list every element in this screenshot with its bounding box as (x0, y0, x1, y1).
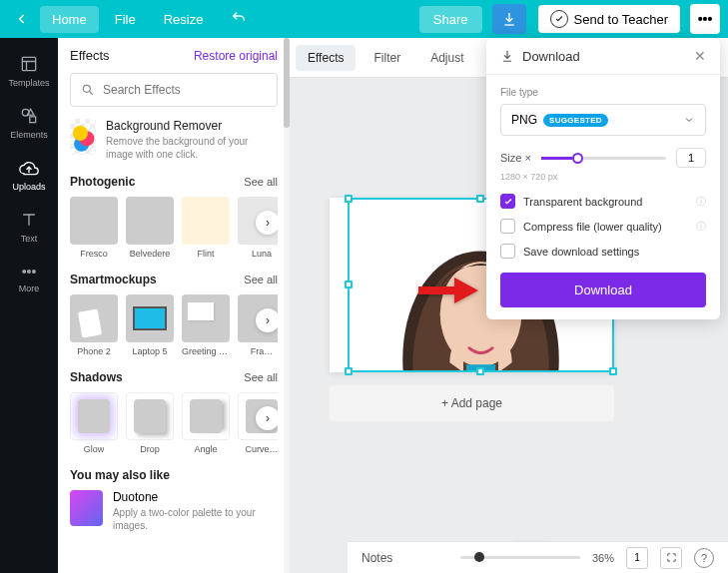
info-icon[interactable]: ⓘ (696, 220, 706, 234)
duotone-thumb (70, 490, 103, 526)
mockup-greeting[interactable]: Greeting car… (182, 294, 230, 356)
resize-handle[interactable] (476, 367, 484, 375)
smartmockups-row: Phone 2 Laptop 5 Greeting car… Fra… › (70, 294, 278, 356)
home-button[interactable]: Home (40, 6, 99, 33)
file-menu[interactable]: File (103, 6, 148, 33)
resize-handle[interactable] (476, 195, 484, 203)
shadow-glow[interactable]: Glow (70, 392, 118, 454)
dimensions-label: 1280 × 720 px (500, 172, 706, 182)
duotone-card[interactable]: Duotone Apply a two-color palette to you… (70, 490, 278, 532)
file-type-select[interactable]: PNG SUGGESTED (500, 104, 706, 136)
resize-handle[interactable] (345, 367, 353, 375)
file-type-label: File type (500, 87, 706, 98)
restore-original-link[interactable]: Restore original (194, 49, 278, 63)
shadow-angle[interactable]: Angle (182, 392, 230, 454)
transparent-bg-checkbox[interactable]: Transparent background ⓘ (500, 194, 706, 209)
download-title: Download (522, 49, 580, 64)
zoom-slider[interactable] (460, 556, 580, 559)
fullscreen-button[interactable] (660, 547, 682, 569)
share-button[interactable]: Share (419, 6, 482, 33)
search-effects[interactable] (70, 73, 278, 107)
size-value[interactable]: 1 (676, 148, 706, 168)
compress-checkbox[interactable]: Compress file (lower quality) ⓘ (500, 219, 706, 234)
photogenic-title: Photogenic (70, 175, 135, 189)
file-type-value: PNG (511, 113, 537, 127)
duotone-title: Duotone (113, 490, 278, 504)
rail-uploads[interactable]: Uploads (0, 150, 58, 200)
page-count-button[interactable]: 1 (626, 547, 648, 569)
resize-handle[interactable] (345, 281, 353, 288)
panel-title: Effects (70, 48, 110, 63)
send-label: Send to Teacher (574, 12, 668, 27)
chevron-down-icon (683, 114, 695, 126)
photogenic-row: Fresco Belvedere Flint Luna › (70, 197, 278, 259)
size-label: Size × (500, 152, 531, 164)
resize-handle[interactable] (345, 195, 353, 203)
duotone-desc: Apply a two-color palette to your images… (113, 506, 278, 532)
back-button[interactable] (8, 5, 36, 33)
resize-handle[interactable] (609, 367, 617, 375)
bg-remover-thumb (70, 119, 96, 155)
more-menu-button[interactable]: ••• (690, 4, 720, 34)
svg-point-3 (83, 85, 90, 92)
add-page-button[interactable]: + Add page (330, 385, 614, 421)
smartmockups-title: Smartmockups (70, 273, 157, 286)
shadow-drop[interactable]: Drop (126, 392, 174, 454)
download-button[interactable]: Download (500, 273, 706, 307)
background-remover-card[interactable]: Background Remover Remove the background… (70, 119, 278, 161)
save-settings-checkbox[interactable]: Save download settings (500, 244, 706, 259)
shadows-row: Glow Drop Angle Curve… › (70, 392, 278, 454)
smartmockups-next[interactable]: › (256, 308, 278, 332)
undo-button[interactable] (219, 4, 259, 35)
text-icon (19, 210, 39, 230)
svg-rect-2 (30, 117, 36, 123)
check-circle-icon (550, 10, 568, 28)
close-download-button[interactable]: ✕ (694, 48, 706, 64)
download-icon (500, 49, 514, 63)
shadows-see-all[interactable]: See all (244, 371, 278, 383)
info-icon[interactable]: ⓘ (696, 195, 706, 209)
effect-belvedere[interactable]: Belvedere (126, 197, 174, 259)
bg-remover-desc: Remove the background of your image with… (106, 135, 278, 161)
smartmockups-see-all[interactable]: See all (244, 274, 278, 286)
effects-panel: Effects Restore original Background Remo… (58, 38, 290, 573)
mockup-laptop5[interactable]: Laptop 5 (126, 294, 174, 356)
mockup-phone2[interactable]: Phone 2 (70, 294, 118, 356)
tab-effects[interactable]: Effects (296, 45, 356, 71)
side-rail: Templates Elements Uploads Text ••• More (0, 38, 58, 573)
send-to-teacher-button[interactable]: Send to Teacher (538, 5, 680, 33)
search-input[interactable] (103, 83, 267, 97)
elements-icon (19, 106, 39, 126)
svg-rect-7 (418, 286, 456, 294)
also-like-title: You may also like (70, 468, 170, 482)
tab-filter[interactable]: Filter (362, 45, 412, 71)
notes-button[interactable]: Notes (362, 551, 392, 565)
bg-remover-title: Background Remover (106, 119, 278, 133)
effect-fresco[interactable]: Fresco (70, 197, 118, 259)
effect-flint[interactable]: Flint (182, 197, 230, 259)
zoom-value[interactable]: 36% (592, 552, 614, 564)
check-icon (503, 197, 513, 207)
svg-rect-0 (22, 57, 35, 70)
help-button[interactable]: ? (694, 548, 714, 568)
size-slider[interactable] (541, 157, 666, 160)
shadows-title: Shadows (70, 370, 123, 384)
annotation-arrow (418, 278, 478, 307)
rail-elements[interactable]: Elements (0, 98, 58, 148)
download-panel: Download ✕ File type PNG SUGGESTED Size … (486, 38, 720, 319)
tab-adjust[interactable]: Adjust (418, 45, 475, 71)
bottom-bar: Notes 36% 1 ? (348, 541, 728, 573)
rail-text[interactable]: Text (0, 202, 58, 252)
rail-more[interactable]: ••• More (0, 254, 58, 301)
resize-menu[interactable]: Resize (152, 6, 216, 33)
rail-templates[interactable]: Templates (0, 46, 58, 96)
top-bar: Home File Resize Share Send to Teacher •… (0, 0, 728, 38)
photogenic-see-all[interactable]: See all (244, 176, 278, 188)
uploads-icon (19, 158, 39, 178)
photogenic-next[interactable]: › (256, 211, 278, 235)
shadows-next[interactable]: › (256, 406, 278, 430)
download-icon-button[interactable] (492, 4, 526, 34)
more-dots-icon: ••• (22, 264, 37, 280)
suggested-badge: SUGGESTED (543, 114, 608, 127)
templates-icon (19, 54, 39, 74)
